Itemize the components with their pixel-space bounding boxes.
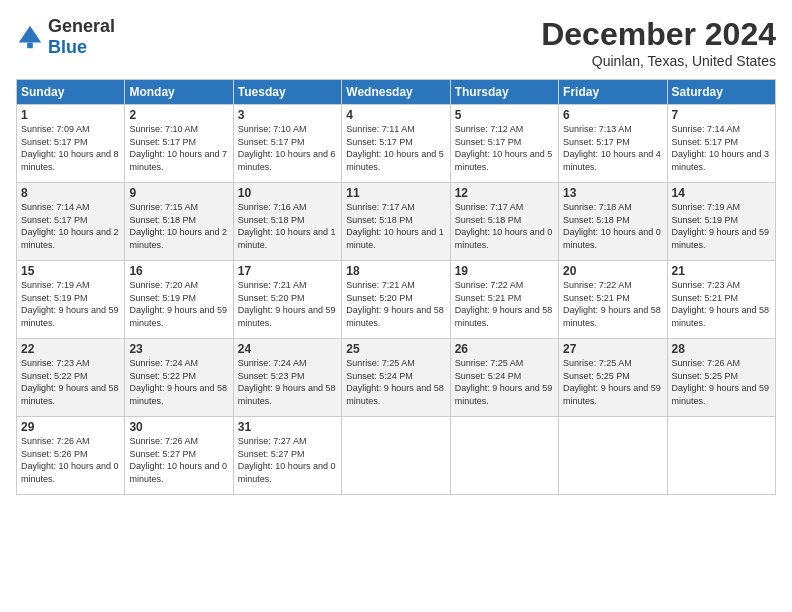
col-saturday: Saturday [667, 80, 775, 105]
table-cell: 1Sunrise: 7:09 AMSunset: 5:17 PMDaylight… [17, 105, 125, 183]
day-number: 13 [563, 186, 662, 200]
day-info: Sunrise: 7:26 AMSunset: 5:26 PMDaylight:… [21, 435, 120, 485]
table-cell: 7Sunrise: 7:14 AMSunset: 5:17 PMDaylight… [667, 105, 775, 183]
day-number: 6 [563, 108, 662, 122]
day-info: Sunrise: 7:09 AMSunset: 5:17 PMDaylight:… [21, 123, 120, 173]
day-number: 19 [455, 264, 554, 278]
table-cell: 27Sunrise: 7:25 AMSunset: 5:25 PMDayligh… [559, 339, 667, 417]
day-number: 28 [672, 342, 771, 356]
day-number: 2 [129, 108, 228, 122]
day-info: Sunrise: 7:26 AMSunset: 5:27 PMDaylight:… [129, 435, 228, 485]
table-cell: 6Sunrise: 7:13 AMSunset: 5:17 PMDaylight… [559, 105, 667, 183]
table-cell: 21Sunrise: 7:23 AMSunset: 5:21 PMDayligh… [667, 261, 775, 339]
col-wednesday: Wednesday [342, 80, 450, 105]
day-info: Sunrise: 7:17 AMSunset: 5:18 PMDaylight:… [346, 201, 445, 251]
table-cell: 20Sunrise: 7:22 AMSunset: 5:21 PMDayligh… [559, 261, 667, 339]
table-cell: 23Sunrise: 7:24 AMSunset: 5:22 PMDayligh… [125, 339, 233, 417]
day-number: 20 [563, 264, 662, 278]
day-number: 24 [238, 342, 337, 356]
calendar-container: General Blue December 2024 Quinlan, Texa… [0, 0, 792, 505]
day-info: Sunrise: 7:19 AMSunset: 5:19 PMDaylight:… [21, 279, 120, 329]
day-number: 11 [346, 186, 445, 200]
day-number: 3 [238, 108, 337, 122]
day-info: Sunrise: 7:24 AMSunset: 5:23 PMDaylight:… [238, 357, 337, 407]
day-number: 16 [129, 264, 228, 278]
table-cell: 13Sunrise: 7:18 AMSunset: 5:18 PMDayligh… [559, 183, 667, 261]
col-tuesday: Tuesday [233, 80, 341, 105]
table-cell: 22Sunrise: 7:23 AMSunset: 5:22 PMDayligh… [17, 339, 125, 417]
day-number: 9 [129, 186, 228, 200]
day-info: Sunrise: 7:26 AMSunset: 5:25 PMDaylight:… [672, 357, 771, 407]
day-number: 29 [21, 420, 120, 434]
day-info: Sunrise: 7:25 AMSunset: 5:24 PMDaylight:… [455, 357, 554, 407]
day-info: Sunrise: 7:12 AMSunset: 5:17 PMDaylight:… [455, 123, 554, 173]
table-cell: 28Sunrise: 7:26 AMSunset: 5:25 PMDayligh… [667, 339, 775, 417]
logo-blue: Blue [48, 37, 87, 57]
table-cell [450, 417, 558, 495]
day-number: 18 [346, 264, 445, 278]
day-info: Sunrise: 7:19 AMSunset: 5:19 PMDaylight:… [672, 201, 771, 251]
table-cell: 19Sunrise: 7:22 AMSunset: 5:21 PMDayligh… [450, 261, 558, 339]
col-monday: Monday [125, 80, 233, 105]
day-info: Sunrise: 7:17 AMSunset: 5:18 PMDaylight:… [455, 201, 554, 251]
table-cell: 10Sunrise: 7:16 AMSunset: 5:18 PMDayligh… [233, 183, 341, 261]
day-number: 31 [238, 420, 337, 434]
logo-general: General [48, 16, 115, 36]
table-cell: 12Sunrise: 7:17 AMSunset: 5:18 PMDayligh… [450, 183, 558, 261]
day-info: Sunrise: 7:23 AMSunset: 5:22 PMDaylight:… [21, 357, 120, 407]
col-sunday: Sunday [17, 80, 125, 105]
day-info: Sunrise: 7:27 AMSunset: 5:27 PMDaylight:… [238, 435, 337, 485]
table-cell [342, 417, 450, 495]
month-title: December 2024 [541, 16, 776, 53]
table-row: 15Sunrise: 7:19 AMSunset: 5:19 PMDayligh… [17, 261, 776, 339]
day-number: 26 [455, 342, 554, 356]
day-info: Sunrise: 7:20 AMSunset: 5:19 PMDaylight:… [129, 279, 228, 329]
table-cell: 26Sunrise: 7:25 AMSunset: 5:24 PMDayligh… [450, 339, 558, 417]
header-row: Sunday Monday Tuesday Wednesday Thursday… [17, 80, 776, 105]
logo-icon [16, 23, 44, 51]
table-cell: 15Sunrise: 7:19 AMSunset: 5:19 PMDayligh… [17, 261, 125, 339]
day-info: Sunrise: 7:21 AMSunset: 5:20 PMDaylight:… [346, 279, 445, 329]
day-info: Sunrise: 7:10 AMSunset: 5:17 PMDaylight:… [238, 123, 337, 173]
table-cell: 9Sunrise: 7:15 AMSunset: 5:18 PMDaylight… [125, 183, 233, 261]
day-info: Sunrise: 7:24 AMSunset: 5:22 PMDaylight:… [129, 357, 228, 407]
day-number: 4 [346, 108, 445, 122]
day-number: 22 [21, 342, 120, 356]
table-cell [559, 417, 667, 495]
day-number: 12 [455, 186, 554, 200]
day-number: 21 [672, 264, 771, 278]
day-info: Sunrise: 7:13 AMSunset: 5:17 PMDaylight:… [563, 123, 662, 173]
table-row: 22Sunrise: 7:23 AMSunset: 5:22 PMDayligh… [17, 339, 776, 417]
day-info: Sunrise: 7:25 AMSunset: 5:24 PMDaylight:… [346, 357, 445, 407]
day-number: 15 [21, 264, 120, 278]
day-info: Sunrise: 7:14 AMSunset: 5:17 PMDaylight:… [21, 201, 120, 251]
table-cell: 16Sunrise: 7:20 AMSunset: 5:19 PMDayligh… [125, 261, 233, 339]
logo: General Blue [16, 16, 115, 58]
table-row: 29Sunrise: 7:26 AMSunset: 5:26 PMDayligh… [17, 417, 776, 495]
table-cell: 8Sunrise: 7:14 AMSunset: 5:17 PMDaylight… [17, 183, 125, 261]
table-cell: 24Sunrise: 7:24 AMSunset: 5:23 PMDayligh… [233, 339, 341, 417]
day-info: Sunrise: 7:11 AMSunset: 5:17 PMDaylight:… [346, 123, 445, 173]
day-number: 5 [455, 108, 554, 122]
col-thursday: Thursday [450, 80, 558, 105]
day-number: 23 [129, 342, 228, 356]
day-number: 30 [129, 420, 228, 434]
day-number: 10 [238, 186, 337, 200]
day-number: 17 [238, 264, 337, 278]
day-info: Sunrise: 7:14 AMSunset: 5:17 PMDaylight:… [672, 123, 771, 173]
day-info: Sunrise: 7:22 AMSunset: 5:21 PMDaylight:… [563, 279, 662, 329]
day-number: 1 [21, 108, 120, 122]
table-cell: 18Sunrise: 7:21 AMSunset: 5:20 PMDayligh… [342, 261, 450, 339]
day-number: 27 [563, 342, 662, 356]
table-cell: 5Sunrise: 7:12 AMSunset: 5:17 PMDaylight… [450, 105, 558, 183]
day-info: Sunrise: 7:22 AMSunset: 5:21 PMDaylight:… [455, 279, 554, 329]
svg-marker-0 [19, 26, 41, 43]
day-info: Sunrise: 7:23 AMSunset: 5:21 PMDaylight:… [672, 279, 771, 329]
table-row: 1Sunrise: 7:09 AMSunset: 5:17 PMDaylight… [17, 105, 776, 183]
day-number: 7 [672, 108, 771, 122]
day-number: 25 [346, 342, 445, 356]
table-row: 8Sunrise: 7:14 AMSunset: 5:17 PMDaylight… [17, 183, 776, 261]
day-info: Sunrise: 7:25 AMSunset: 5:25 PMDaylight:… [563, 357, 662, 407]
day-info: Sunrise: 7:18 AMSunset: 5:18 PMDaylight:… [563, 201, 662, 251]
svg-rect-1 [27, 43, 33, 49]
